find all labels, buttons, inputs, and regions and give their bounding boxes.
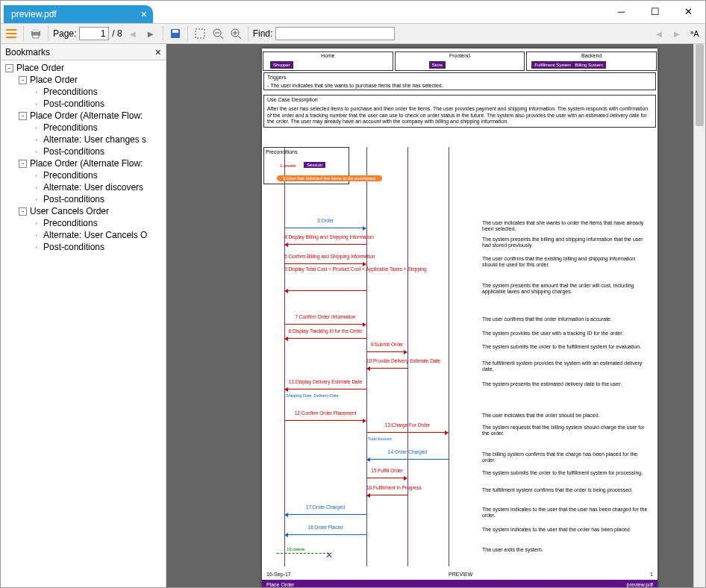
sidebar-toggle-icon[interactable]	[4, 26, 19, 41]
sequence-label: 8:Display Tracking Id for the Order	[284, 328, 366, 334]
precondition-pill: 2:User has selected the items to be purc…	[277, 175, 382, 181]
lifeline	[284, 147, 285, 566]
prev-page-icon[interactable]: ◄	[125, 26, 140, 41]
svg-rect-1	[6, 33, 16, 34]
close-button[interactable]: ✕	[672, 1, 705, 23]
sequence-arrow	[284, 417, 366, 424]
tree-toggle-icon[interactable]: -	[19, 112, 27, 120]
tree-toggle-icon[interactable]: -	[19, 160, 27, 168]
footer-left: Place Order	[266, 582, 294, 587]
bookmark-item[interactable]: -Place Order	[1, 74, 166, 86]
find-input[interactable]	[275, 27, 395, 40]
bookmark-label: Alternate: User discovers	[43, 182, 143, 193]
bookmarks-sidebar: Bookmarks × -Place Order-Place Order·Pre…	[1, 44, 166, 587]
bookmark-label: Post-conditions	[43, 194, 104, 204]
bookmark-item[interactable]: ·Preconditions	[1, 86, 166, 98]
sequence-description: The user indicates that the order should…	[482, 413, 650, 419]
next-page-icon[interactable]: ►	[143, 26, 158, 41]
sequence-arrow	[284, 335, 366, 342]
page-label: Page:	[53, 28, 76, 39]
sidebar-header: Bookmarks ×	[1, 44, 166, 60]
sidebar-close-icon[interactable]: ×	[155, 46, 161, 58]
tab-title: preview.pdf	[11, 9, 57, 19]
sequence-description: The system submits the order to the fulf…	[482, 344, 650, 350]
sequence-label: 3:Order	[284, 218, 366, 223]
sequence-label: 4:Display Billing and Shipping Informati…	[284, 234, 366, 240]
svg-line-10	[220, 36, 223, 39]
sequence-arrow	[284, 225, 366, 231]
sequence-description: The system submits the order to the fulf…	[482, 470, 650, 476]
tree-toggle-icon[interactable]: -	[19, 76, 27, 84]
bookmark-item[interactable]: ·Post-conditions	[1, 241, 166, 253]
create-label: 1:create	[280, 163, 296, 168]
bookmark-item[interactable]: ·Alternate: User changes s	[1, 134, 166, 146]
sequence-description: The user confirms that the order informa…	[482, 316, 650, 322]
svg-rect-8	[196, 29, 204, 38]
zoom-out-icon[interactable]	[210, 26, 225, 41]
bookmark-item[interactable]: -Place Order	[1, 62, 166, 74]
bookmark-item[interactable]: ·Alternate: User discovers	[1, 181, 166, 193]
minimize-button[interactable]: ─	[605, 1, 638, 23]
svg-rect-4	[33, 29, 39, 32]
print-icon[interactable]	[28, 26, 43, 41]
sub-label: Total Amount	[368, 437, 392, 441]
title-bar: preview.pdf × ─ ☐ ✕	[1, 1, 705, 23]
toolbar: Page: / 8 ◄ ► Find: ◄ ► ᵃA	[1, 23, 705, 44]
bookmark-label: Place Order (Alternate Flow:	[30, 110, 143, 121]
tree-toggle-icon[interactable]: -	[5, 64, 13, 72]
bookmark-item[interactable]: ·Alternate: User Cancels O	[1, 229, 166, 241]
bookmark-item[interactable]: ·Preconditions	[1, 122, 166, 134]
page-input[interactable]	[79, 27, 109, 40]
sequence-description: The user indicates that she wants to ord…	[482, 220, 650, 233]
bookmark-item[interactable]: ·Post-conditions	[1, 98, 166, 110]
bookmark-item[interactable]: ·Preconditions	[1, 217, 166, 229]
sequence-arrow	[366, 348, 407, 355]
bookmark-item[interactable]: -Place Order (Alternate Flow:	[1, 110, 166, 122]
find-next-icon[interactable]: ►	[669, 26, 684, 41]
tree-leaf-icon: ·	[32, 87, 40, 97]
document-tab[interactable]: preview.pdf ×	[4, 5, 153, 23]
sequence-description: The system requests that the billing sys…	[482, 425, 650, 437]
match-case-icon[interactable]: ᵃA	[687, 26, 702, 41]
delete-label: 19:delete	[287, 547, 305, 551]
bookmark-item[interactable]: ·Post-conditions	[1, 193, 166, 205]
bookmark-label: User Cancels Order	[30, 206, 109, 216]
sequence-description: The system indicates to the user that th…	[482, 507, 650, 519]
bookmark-tree: -Place Order-Place Order·Preconditions·P…	[1, 60, 166, 587]
bookmark-item[interactable]: ·Post-conditions	[1, 146, 166, 157]
tree-toggle-icon[interactable]: -	[19, 207, 27, 216]
fit-page-icon[interactable]	[193, 26, 207, 41]
sequence-description: The fulfillment system provides the syst…	[482, 360, 650, 373]
sequence-arrow	[284, 241, 366, 248]
sequence-description: The system indicates to the user that th…	[482, 527, 650, 533]
sub-label: Shipping Date, Delivery Date	[286, 393, 339, 398]
svg-rect-5	[33, 35, 39, 38]
bookmark-item[interactable]: -Place Order (Alternate Flow:	[1, 157, 166, 169]
swimlane-header: HomeShopper	[263, 51, 393, 71]
footer-right: preview.pdf	[627, 582, 653, 587]
sequence-arrow	[284, 531, 366, 538]
sequence-arrow	[366, 475, 407, 481]
save-icon[interactable]	[168, 26, 183, 41]
page-total: / 8	[112, 28, 122, 39]
svg-rect-2	[6, 37, 16, 38]
zoom-in-icon[interactable]	[228, 26, 243, 41]
scrollbar-thumb[interactable]	[696, 44, 704, 126]
actor-box: Shopper	[270, 61, 293, 69]
tab-close-icon[interactable]: ×	[141, 8, 147, 20]
find-prev-icon[interactable]: ◄	[652, 26, 666, 41]
bookmark-item[interactable]: ·Preconditions	[1, 169, 166, 181]
bookmark-item[interactable]: -User Cancels Order	[1, 205, 166, 217]
sequence-arrow	[366, 365, 407, 372]
maximize-button[interactable]: ☐	[638, 1, 672, 23]
sequence-description: The system presents the amount that the …	[482, 283, 650, 295]
vertical-scrollbar[interactable]	[693, 44, 705, 587]
bookmark-label: Place Order (Alternate Flow:	[30, 158, 143, 169]
swimlane-header: BackendFulfillment SystemBilling System	[526, 51, 657, 71]
bookmark-label: Preconditions	[43, 87, 98, 97]
bookmark-label: Preconditions	[43, 122, 98, 133]
sidebar-title: Bookmarks	[5, 47, 50, 57]
swimlane-header: FrontendStore	[395, 51, 525, 71]
bookmark-label: Preconditions	[43, 170, 98, 181]
sequence-arrow	[366, 492, 407, 498]
